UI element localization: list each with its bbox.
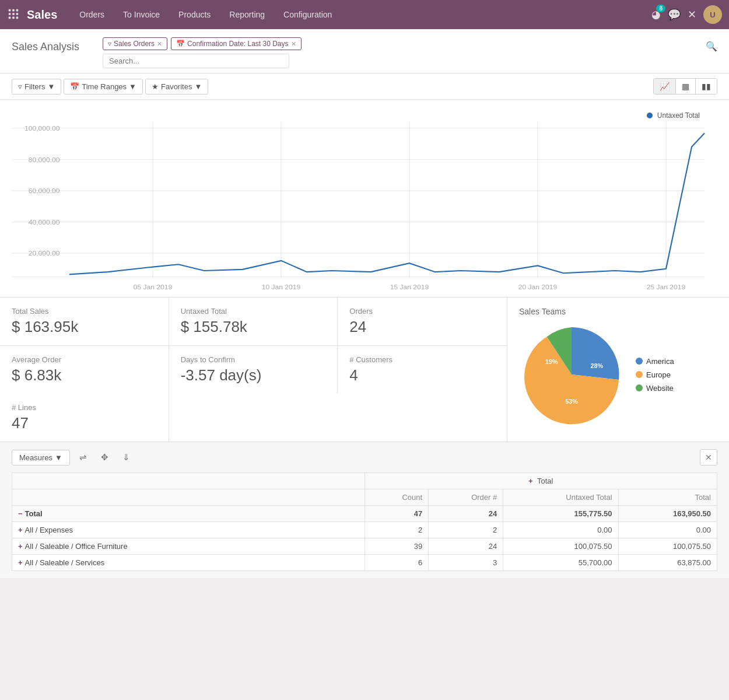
pie-section: 28% 53% 19% America Europe Website — [519, 322, 717, 427]
pie-legend: America Europe Website — [636, 357, 674, 393]
svg-text:53%: 53% — [565, 398, 578, 405]
row-value-0-2: 155,775.50 — [503, 506, 618, 522]
notifications-icon[interactable]: ◕ 8 — [651, 8, 661, 21]
row-label-0: −Total — [12, 506, 365, 522]
row-collapse-icon[interactable]: − — [18, 509, 23, 518]
svg-text:15 Jan 2019: 15 Jan 2019 — [390, 283, 429, 291]
fullscreen-button[interactable]: ✕ — [700, 449, 717, 466]
pivot-group-expand-icon[interactable]: + — [528, 477, 533, 485]
stat-empty-1 — [169, 394, 338, 442]
filter-remove-icon[interactable]: ✕ — [157, 40, 162, 48]
table-row: +All / Expenses220.000.00 — [12, 522, 717, 538]
row-label-1: +All / Expenses — [12, 522, 365, 538]
favorites-button[interactable]: ★ Favorites ▼ — [145, 79, 208, 94]
stat-untaxed-label: Untaxed Total — [181, 307, 326, 316]
app-logo[interactable]: Sales — [27, 8, 57, 22]
favorites-label: Favorites — [161, 82, 192, 91]
filters-button[interactable]: ▿ Filters ▼ — [12, 79, 61, 94]
row-value-3-3: 63,875.00 — [618, 555, 717, 571]
stat-empty-2 — [338, 394, 507, 442]
expand-rows-button[interactable]: ✥ — [96, 449, 113, 466]
row-value-0-0: 47 — [365, 506, 429, 522]
search-input[interactable] — [103, 54, 289, 68]
chart-legend: Untaxed Total — [12, 106, 717, 120]
view-bar-button[interactable]: ▮▮ — [695, 79, 717, 94]
legend-america: America — [636, 357, 674, 366]
columns-toggle-button[interactable]: ⇌ — [75, 449, 92, 466]
row-value-1-1: 2 — [429, 522, 503, 538]
controls-bar: ▿ Filters ▼ 📅 Time Ranges ▼ ★ Favorites … — [0, 74, 729, 100]
filter-icon: ▿ — [18, 82, 22, 91]
measures-button[interactable]: Measures ▼ — [12, 450, 70, 466]
nav-orders[interactable]: Orders — [71, 5, 113, 24]
stat-avg-order: Average Order $ 6.83k — [0, 346, 169, 394]
row-value-1-3: 0.00 — [618, 522, 717, 538]
stat-customers-label: # Customers — [349, 355, 495, 364]
row-expand-icon[interactable]: + — [18, 526, 23, 534]
pie-chart-title: Sales Teams — [519, 307, 717, 316]
notification-badge: 8 — [656, 5, 665, 12]
pivot-col-untaxed: Untaxed Total — [503, 489, 618, 506]
stat-total-sales: Total Sales $ 163.95k — [0, 298, 169, 346]
stat-days-value: -3.57 day(s) — [181, 366, 326, 384]
row-value-0-3: 163,950.50 — [618, 506, 717, 522]
svg-text:10 Jan 2019: 10 Jan 2019 — [262, 283, 301, 291]
svg-text:60,000.00: 60,000.00 — [29, 187, 60, 195]
table-row: +All / Saleable / Office Furniture392410… — [12, 538, 717, 555]
svg-text:20,000.00: 20,000.00 — [29, 249, 60, 257]
filter-date-label: Confirmation Date: Last 30 Days — [187, 40, 288, 48]
pivot-col-total: Total — [618, 489, 717, 506]
row-value-3-2: 55,700.00 — [503, 555, 618, 571]
svg-rect-5 — [16, 13, 19, 15]
row-value-3-0: 6 — [365, 555, 429, 571]
pivot-col-order: Order # — [429, 489, 503, 506]
pivot-row-header — [12, 473, 365, 489]
view-table-button[interactable]: ▦ — [675, 79, 695, 94]
table-row: −Total4724155,775.50163,950.50 — [12, 506, 717, 522]
row-value-3-1: 3 — [429, 555, 503, 571]
svg-rect-3 — [9, 13, 11, 15]
row-value-2-1: 24 — [429, 538, 503, 555]
pie-chart-svg: 28% 53% 19% — [519, 322, 624, 427]
line-chart: 100,000.00 80,000.00 60,000.00 40,000.00… — [12, 122, 717, 297]
download-button[interactable]: ⇓ — [118, 449, 135, 466]
stat-untaxed-value: $ 155.78k — [181, 318, 326, 336]
measures-chevron-icon: ▼ — [55, 453, 62, 462]
time-ranges-chevron: ▼ — [129, 82, 136, 91]
chart-area: Untaxed Total 100,000.00 80,000.00 60,00… — [0, 100, 729, 297]
svg-text:05 Jan 2019: 05 Jan 2019 — [134, 283, 173, 291]
chat-icon[interactable]: 💬 — [668, 8, 681, 21]
app-grid-icon[interactable] — [7, 8, 20, 22]
legend-color-europe — [636, 371, 643, 378]
search-icon[interactable]: 🔍 — [706, 37, 717, 52]
favorites-chevron: ▼ — [194, 82, 202, 91]
table-row: +All / Saleable / Services6355,700.0063,… — [12, 555, 717, 571]
legend-color-website — [636, 384, 643, 391]
row-expand-icon[interactable]: + — [18, 558, 23, 567]
row-expand-icon[interactable]: + — [18, 542, 23, 551]
user-avatar[interactable]: U — [703, 5, 722, 24]
nav-products[interactable]: Products — [170, 5, 219, 24]
row-value-1-0: 2 — [365, 522, 429, 538]
svg-rect-8 — [16, 16, 19, 19]
view-chart-button[interactable]: 📈 — [654, 79, 675, 94]
settings-icon[interactable]: ✕ — [688, 8, 696, 21]
chart-svg: 100,000.00 80,000.00 60,000.00 40,000.00… — [12, 122, 717, 297]
legend-label-america: America — [646, 357, 674, 366]
pivot-table: + Total Count Order # Untaxed Total Tota… — [12, 473, 717, 571]
legend-website: Website — [636, 384, 674, 393]
nav-reporting[interactable]: Reporting — [221, 5, 273, 24]
pivot-col-count: Count — [365, 489, 429, 506]
filter-date-remove-icon[interactable]: ✕ — [291, 40, 296, 48]
active-filters: ▿ Sales Orders ✕ 📅 Confirmation Date: La… — [103, 37, 706, 50]
nav-configuration[interactable]: Configuration — [275, 5, 340, 24]
filter-tag-sales-orders[interactable]: ▿ Sales Orders ✕ — [103, 37, 167, 50]
filters-label: Filters — [24, 82, 45, 91]
filter-tag-date[interactable]: 📅 Confirmation Date: Last 30 Days ✕ — [171, 37, 301, 50]
filter-tag-label: Sales Orders — [114, 40, 155, 48]
calendar-ctrl-icon: 📅 — [70, 82, 79, 91]
nav-to-invoice[interactable]: To Invoice — [115, 5, 168, 24]
svg-text:19%: 19% — [545, 358, 558, 365]
time-ranges-button[interactable]: 📅 Time Ranges ▼ — [64, 79, 143, 94]
top-navigation: Sales Orders To Invoice Products Reporti… — [0, 0, 729, 29]
